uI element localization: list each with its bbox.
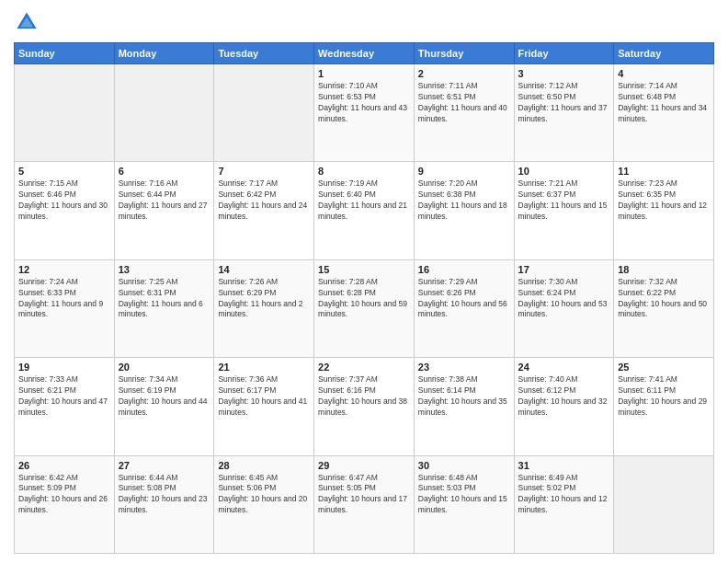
day-info: Sunrise: 7:20 AMSunset: 6:38 PMDaylight:… [418, 178, 510, 223]
day-info: Sunrise: 7:36 AMSunset: 6:17 PMDaylight:… [218, 374, 310, 419]
day-info: Sunrise: 7:24 AMSunset: 6:33 PMDaylight:… [18, 277, 110, 321]
calendar-cell [214, 64, 314, 162]
day-number: 16 [418, 264, 510, 275]
page: SundayMondayTuesdayWednesdayThursdayFrid… [0, 0, 728, 563]
day-info: Sunrise: 7:17 AMSunset: 6:42 PMDaylight:… [218, 178, 310, 223]
calendar-cell: 1Sunrise: 7:10 AMSunset: 6:53 PMDaylight… [314, 64, 415, 162]
day-info: Sunrise: 6:49 AMSunset: 5:02 PMDaylight:… [518, 473, 610, 517]
day-info: Sunrise: 7:12 AMSunset: 6:50 PMDaylight:… [518, 81, 610, 125]
weekday-header-monday: Monday [114, 43, 214, 64]
day-info: Sunrise: 7:37 AMSunset: 6:16 PMDaylight:… [318, 374, 410, 419]
day-number: 31 [518, 460, 610, 471]
calendar-week-row: 26Sunrise: 6:42 AMSunset: 5:09 PMDayligh… [15, 455, 714, 553]
day-number: 5 [18, 166, 110, 177]
day-info: Sunrise: 7:25 AMSunset: 6:31 PMDaylight:… [119, 277, 210, 321]
calendar-cell: 7Sunrise: 7:17 AMSunset: 6:42 PMDaylight… [214, 162, 314, 259]
logo-icon [14, 9, 40, 35]
calendar-cell [15, 64, 115, 162]
calendar-cell: 8Sunrise: 7:19 AMSunset: 6:40 PMDaylight… [314, 162, 415, 259]
calendar-cell: 15Sunrise: 7:28 AMSunset: 6:28 PMDayligh… [314, 259, 415, 357]
calendar-cell: 21Sunrise: 7:36 AMSunset: 6:17 PMDayligh… [214, 358, 314, 455]
weekday-header-tuesday: Tuesday [214, 43, 314, 64]
calendar-week-row: 12Sunrise: 7:24 AMSunset: 6:33 PMDayligh… [15, 259, 714, 357]
day-info: Sunrise: 7:11 AMSunset: 6:51 PMDaylight:… [418, 81, 510, 125]
calendar-week-row: 1Sunrise: 7:10 AMSunset: 6:53 PMDaylight… [15, 64, 714, 162]
day-number: 20 [119, 362, 210, 373]
calendar-cell: 29Sunrise: 6:47 AMSunset: 5:05 PMDayligh… [314, 455, 415, 553]
day-number: 13 [119, 264, 210, 275]
calendar-cell: 27Sunrise: 6:44 AMSunset: 5:08 PMDayligh… [114, 455, 214, 553]
calendar-week-row: 5Sunrise: 7:15 AMSunset: 6:46 PMDaylight… [15, 162, 714, 259]
weekday-header-row: SundayMondayTuesdayWednesdayThursdayFrid… [15, 43, 714, 64]
day-number: 4 [618, 68, 710, 79]
weekday-header-sunday: Sunday [15, 43, 115, 64]
calendar-cell: 13Sunrise: 7:25 AMSunset: 6:31 PMDayligh… [114, 259, 214, 357]
day-info: Sunrise: 6:44 AMSunset: 5:08 PMDaylight:… [119, 473, 210, 517]
day-info: Sunrise: 6:48 AMSunset: 5:03 PMDaylight:… [418, 473, 510, 517]
day-info: Sunrise: 7:15 AMSunset: 6:46 PMDaylight:… [18, 178, 110, 223]
weekday-header-wednesday: Wednesday [314, 43, 415, 64]
day-number: 25 [618, 362, 710, 373]
day-number: 24 [518, 362, 610, 373]
day-number: 7 [218, 166, 310, 177]
day-number: 3 [518, 68, 610, 79]
day-number: 15 [318, 264, 410, 275]
day-number: 23 [418, 362, 510, 373]
calendar-cell: 14Sunrise: 7:26 AMSunset: 6:29 PMDayligh… [214, 259, 314, 357]
calendar-cell: 5Sunrise: 7:15 AMSunset: 6:46 PMDaylight… [15, 162, 115, 259]
calendar-cell: 23Sunrise: 7:38 AMSunset: 6:14 PMDayligh… [414, 358, 514, 455]
calendar-cell: 17Sunrise: 7:30 AMSunset: 6:24 PMDayligh… [514, 259, 614, 357]
weekday-header-friday: Friday [514, 43, 614, 64]
calendar-cell: 9Sunrise: 7:20 AMSunset: 6:38 PMDaylight… [414, 162, 514, 259]
day-info: Sunrise: 7:23 AMSunset: 6:35 PMDaylight:… [618, 178, 710, 223]
calendar-week-row: 19Sunrise: 7:33 AMSunset: 6:21 PMDayligh… [15, 358, 714, 455]
day-info: Sunrise: 7:41 AMSunset: 6:11 PMDaylight:… [618, 374, 710, 419]
day-number: 27 [119, 460, 210, 471]
day-info: Sunrise: 7:34 AMSunset: 6:19 PMDaylight:… [119, 374, 210, 419]
day-number: 9 [418, 166, 510, 177]
calendar-cell: 19Sunrise: 7:33 AMSunset: 6:21 PMDayligh… [15, 358, 115, 455]
day-info: Sunrise: 7:40 AMSunset: 6:12 PMDaylight:… [518, 374, 610, 419]
day-number: 29 [318, 460, 410, 471]
day-number: 2 [418, 68, 510, 79]
day-info: Sunrise: 7:28 AMSunset: 6:28 PMDaylight:… [318, 277, 410, 321]
calendar-cell: 3Sunrise: 7:12 AMSunset: 6:50 PMDaylight… [514, 64, 614, 162]
day-info: Sunrise: 7:33 AMSunset: 6:21 PMDaylight:… [18, 374, 110, 419]
calendar-cell: 4Sunrise: 7:14 AMSunset: 6:48 PMDaylight… [614, 64, 714, 162]
header [14, 9, 714, 35]
day-info: Sunrise: 7:29 AMSunset: 6:26 PMDaylight:… [418, 277, 510, 321]
calendar-cell [614, 455, 714, 553]
calendar-cell: 22Sunrise: 7:37 AMSunset: 6:16 PMDayligh… [314, 358, 415, 455]
day-info: Sunrise: 7:21 AMSunset: 6:37 PMDaylight:… [518, 178, 610, 223]
weekday-header-thursday: Thursday [414, 43, 514, 64]
calendar-cell: 20Sunrise: 7:34 AMSunset: 6:19 PMDayligh… [114, 358, 214, 455]
day-number: 6 [119, 166, 210, 177]
day-number: 17 [518, 264, 610, 275]
day-info: Sunrise: 6:45 AMSunset: 5:06 PMDaylight:… [218, 473, 310, 517]
calendar: SundayMondayTuesdayWednesdayThursdayFrid… [14, 42, 714, 554]
day-info: Sunrise: 7:19 AMSunset: 6:40 PMDaylight:… [318, 178, 410, 223]
day-number: 28 [218, 460, 310, 471]
day-number: 14 [218, 264, 310, 275]
calendar-cell: 2Sunrise: 7:11 AMSunset: 6:51 PMDaylight… [414, 64, 514, 162]
day-number: 1 [318, 68, 410, 79]
calendar-cell: 30Sunrise: 6:48 AMSunset: 5:03 PMDayligh… [414, 455, 514, 553]
calendar-cell: 24Sunrise: 7:40 AMSunset: 6:12 PMDayligh… [514, 358, 614, 455]
day-number: 19 [18, 362, 110, 373]
day-number: 18 [618, 264, 710, 275]
calendar-cell: 31Sunrise: 6:49 AMSunset: 5:02 PMDayligh… [514, 455, 614, 553]
calendar-cell: 18Sunrise: 7:32 AMSunset: 6:22 PMDayligh… [614, 259, 714, 357]
calendar-cell: 16Sunrise: 7:29 AMSunset: 6:26 PMDayligh… [414, 259, 514, 357]
day-info: Sunrise: 7:30 AMSunset: 6:24 PMDaylight:… [518, 277, 610, 321]
calendar-cell [114, 64, 214, 162]
day-info: Sunrise: 6:47 AMSunset: 5:05 PMDaylight:… [318, 473, 410, 517]
day-number: 10 [518, 166, 610, 177]
day-number: 11 [618, 166, 710, 177]
day-number: 12 [18, 264, 110, 275]
calendar-cell: 26Sunrise: 6:42 AMSunset: 5:09 PMDayligh… [15, 455, 115, 553]
day-info: Sunrise: 7:32 AMSunset: 6:22 PMDaylight:… [618, 277, 710, 321]
day-number: 21 [218, 362, 310, 373]
day-info: Sunrise: 7:26 AMSunset: 6:29 PMDaylight:… [218, 277, 310, 321]
calendar-cell: 28Sunrise: 6:45 AMSunset: 5:06 PMDayligh… [214, 455, 314, 553]
day-info: Sunrise: 7:38 AMSunset: 6:14 PMDaylight:… [418, 374, 510, 419]
